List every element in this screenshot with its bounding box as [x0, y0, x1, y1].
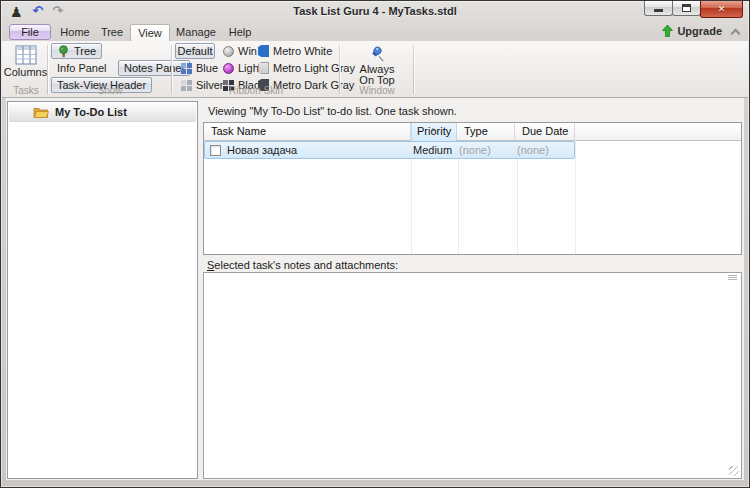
show-group-label: Show [48, 85, 172, 96]
skin-metro-white-label: Metro White [273, 45, 332, 57]
tree-item-my-todo-list[interactable]: My To-Do List [9, 103, 196, 122]
collapse-ribbon-icon[interactable] [731, 29, 741, 39]
win7-skin-icon [223, 46, 234, 57]
ribbon-group-show: Tree Info Panel Notes Panel Task-View He… [48, 41, 172, 97]
blue-skin-icon [181, 63, 192, 74]
resize-grip-icon[interactable] [729, 466, 739, 476]
tab-tree[interactable]: Tree [94, 24, 130, 41]
skin-blue-label: Blue [196, 62, 218, 74]
close-button[interactable]: ✕ [700, 1, 743, 18]
columns-icon [15, 45, 37, 65]
task-due-date-cell: (none) [511, 144, 549, 156]
tab-home[interactable]: Home [56, 24, 94, 41]
ribbon: Columns Tasks Tree Info Panel Notes Pane… [2, 41, 748, 98]
metro-light-gray-skin-icon [258, 62, 269, 74]
window-group-label: Window [340, 85, 414, 96]
tab-help[interactable]: Help [222, 24, 258, 41]
upgrade-button[interactable]: Upgrade [662, 25, 722, 37]
task-view-header-text: Viewing "My To-Do List" to-do list. One … [208, 105, 457, 117]
tree-item-label: My To-Do List [55, 106, 127, 118]
maximize-button[interactable] [672, 1, 701, 16]
maximize-icon [682, 4, 691, 12]
always-on-top-button[interactable]: Always On Top [354, 42, 400, 87]
tree-icon [57, 45, 70, 58]
ribbon-tab-row: File Home Tree View Manage Help Upgrade [2, 23, 748, 41]
column-header-filler [575, 123, 741, 141]
window-title: Task List Guru 4 - MyTasks.stdl [2, 5, 748, 17]
task-table: Task Name ▲ Priority Type Due Date Новая… [203, 122, 742, 255]
tab-manage[interactable]: Manage [170, 24, 222, 41]
tasks-group-label: Tasks [4, 85, 48, 96]
sort-ascending-icon: ▲ [430, 121, 436, 138]
task-type-cell: (none) [453, 144, 511, 156]
todo-list-tree-panel[interactable]: My To-Do List [7, 101, 198, 479]
column-header-type[interactable]: Type [457, 123, 515, 141]
column-divider [575, 141, 576, 254]
column-header-due-date[interactable]: Due Date [515, 123, 575, 141]
columns-button[interactable]: Columns [6, 42, 45, 87]
titlebar: ♟ ↶ ↷ Task List Guru 4 - MyTasks.stdl [2, 2, 748, 23]
client-area: My To-Do List Viewing "My To-Do List" to… [6, 98, 744, 480]
upgrade-label: Upgrade [677, 25, 722, 37]
notes-label-text: elected task's notes and attachments: [214, 259, 398, 271]
minimize-button[interactable] [644, 1, 673, 16]
info-panel-toggle-button[interactable]: Info Panel [51, 60, 113, 76]
tree-toggle-label: Tree [74, 45, 96, 57]
task-row[interactable]: Новая задача Medium (none) (none) [204, 141, 575, 159]
caption-buttons: ✕ [645, 1, 743, 18]
light-skin-icon [223, 63, 234, 74]
upgrade-arrow-icon [662, 25, 673, 37]
columns-label: Columns [4, 67, 47, 78]
notes-section-label: Selected task's notes and attachments: [207, 259, 398, 271]
tab-view[interactable]: View [130, 24, 170, 41]
task-table-header: Task Name ▲ Priority Type Due Date [204, 123, 741, 141]
minimize-icon [654, 9, 663, 12]
skin-metro-white-button[interactable]: Metro White [252, 43, 338, 59]
skin-group-label: Ribbon Skin [172, 85, 340, 96]
task-view-pane: Viewing "My To-Do List" to-do list. One … [203, 98, 742, 479]
ribbon-group-skin: Default Blue Silver Win 7 Light Black [172, 41, 340, 97]
ribbon-group-tasks: Columns Tasks [4, 41, 48, 97]
app-window: ♟ ↶ ↷ Task List Guru 4 - MyTasks.stdl ✕ … [0, 0, 750, 488]
info-panel-label: Info Panel [57, 62, 107, 74]
column-header-priority[interactable]: ▲ Priority [411, 123, 457, 141]
pushpin-icon [367, 45, 388, 62]
splitter-grip-icon[interactable] [728, 275, 737, 280]
notes-editor[interactable] [203, 272, 742, 479]
ribbon-group-window: Always On Top Window [340, 41, 414, 97]
task-complete-checkbox[interactable] [210, 145, 221, 156]
task-priority-cell: Medium [407, 144, 453, 156]
column-header-task-name[interactable]: Task Name [204, 123, 411, 141]
skin-default-button[interactable]: Default [175, 43, 215, 59]
metro-white-skin-icon [258, 45, 269, 57]
skin-default-label: Default [178, 45, 213, 57]
file-menu-button[interactable]: File [9, 24, 51, 40]
tree-toggle-button[interactable]: Tree [51, 43, 102, 59]
close-icon: ✕ [718, 4, 726, 14]
task-name-cell: Новая задача [221, 144, 407, 156]
folder-icon [33, 106, 49, 119]
